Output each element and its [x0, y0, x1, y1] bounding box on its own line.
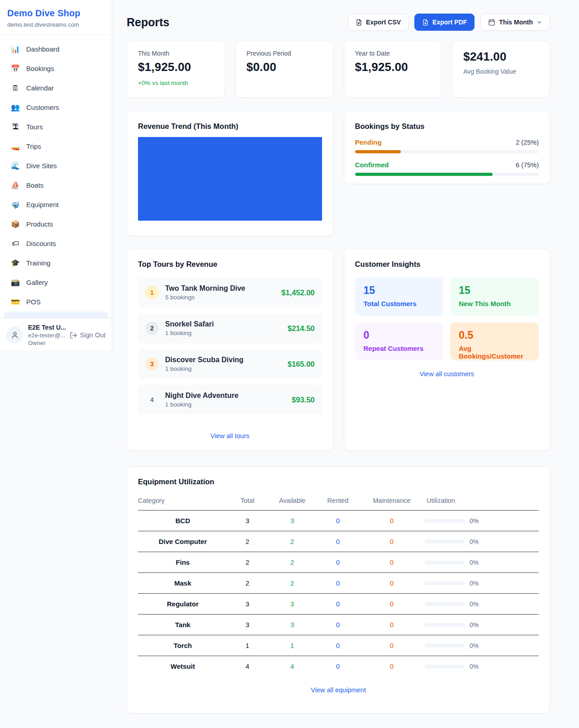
- sidebar-item-dashboard[interactable]: 📊Dashboard: [4, 39, 108, 59]
- equipment-row-fins: Fins22000%: [138, 552, 539, 573]
- equipment-utilization-panel: Equipment Utilization CategoryTotalAvail…: [127, 466, 550, 714]
- view-all-tours-link[interactable]: View all tours: [138, 424, 322, 440]
- tour-row-night-dive-adventure: 4Night Dive Adventure1 booking$93.50: [138, 385, 322, 415]
- export-csv-button[interactable]: Export CSV: [348, 14, 408, 31]
- status-value: 2 (25%): [516, 139, 539, 146]
- revenue-trend-panel: Revenue Trend (This Month): [127, 111, 333, 236]
- user-role: Owner: [28, 340, 65, 346]
- cell-category: BCD: [138, 511, 228, 531]
- cell-total: 3: [228, 615, 267, 635]
- sidebar-item-tours[interactable]: 🏝Tours: [4, 117, 108, 137]
- calendar-icon: 🗓: [11, 85, 20, 92]
- cell-total: 1: [228, 635, 267, 656]
- equipment-row-mask: Mask22000%: [138, 573, 539, 594]
- insight-value: 0.5: [459, 329, 530, 341]
- bar-chart-icon: 📊: [11, 46, 20, 53]
- cell-available: 1: [267, 635, 317, 656]
- sidebar-item-equipment[interactable]: 🤿Equipment: [4, 195, 108, 214]
- tour-revenue: $165.00: [288, 360, 315, 369]
- sidebar-item-bookings[interactable]: 📅Bookings: [4, 59, 108, 78]
- file-download-icon: [356, 19, 362, 26]
- sidebar-item-discounts[interactable]: 🏷Discounts: [4, 234, 108, 253]
- status-row-pending: Pending2 (25%): [355, 138, 539, 153]
- tour-bookings: 1 booking: [165, 330, 214, 336]
- package-icon: 📦: [11, 221, 20, 228]
- cell-category: Fins: [138, 552, 228, 573]
- period-dropdown[interactable]: This Month: [480, 14, 550, 31]
- cell-maintenance: 0: [359, 552, 425, 573]
- equipment-row-tank: Tank33000%: [138, 615, 539, 635]
- user-footer: E2E Test U... e2e-tester@... Owner Sign …: [0, 318, 112, 352]
- sidebar-item-gallery[interactable]: 📸Gallery: [4, 273, 108, 292]
- stat-label: Avg Booking Value: [463, 68, 539, 75]
- sidebar-item-calendar[interactable]: 🗓Calendar: [4, 78, 108, 98]
- sidebar-item-label: Tours: [26, 123, 43, 131]
- tour-name: Discover Scuba Diving: [165, 356, 243, 364]
- status-bars: Pending2 (25%)Confirmed6 (75%): [355, 138, 539, 176]
- cell-rented: 0: [317, 531, 359, 552]
- export-pdf-label: Export PDF: [432, 19, 467, 26]
- tour-row-snorkel-safari: 2Snorkel Safari1 booking$214.50: [138, 313, 322, 343]
- sidebar-item-dive-sites[interactable]: 🌊Dive Sites: [4, 156, 108, 175]
- cell-available: 2: [267, 573, 317, 594]
- avatar: [6, 326, 24, 344]
- sidebar-item-label: Trips: [26, 142, 41, 150]
- user-email: e2e-tester@...: [28, 332, 65, 339]
- cell-total: 2: [228, 531, 267, 552]
- revenue-trend-chart: [138, 137, 322, 221]
- cell-maintenance: 0: [359, 656, 425, 677]
- status-row-confirmed: Confirmed6 (75%): [355, 161, 539, 176]
- camera-icon: 📸: [11, 279, 20, 286]
- utilization-percent: 0%: [470, 559, 479, 566]
- top-tours-title: Top Tours by Revenue: [138, 260, 322, 269]
- column-header-utilization: Utilization: [425, 493, 539, 511]
- sidebar-item-label: POS: [26, 298, 41, 306]
- sidebar-item-reports-active[interactable]: [4, 312, 108, 318]
- tour-bookings: 1 booking: [165, 365, 243, 372]
- stat-label: Previous Period: [247, 50, 322, 57]
- cell-maintenance: 0: [359, 531, 425, 552]
- top-tours-panel: Top Tours by Revenue 1Two Tank Morning D…: [127, 249, 333, 451]
- app-domain: demo.test.divestreams.com: [7, 21, 104, 28]
- sidebar-item-label: Gallery: [26, 279, 48, 286]
- utilization-bar-track: [425, 602, 465, 606]
- sidebar-item-label: Customers: [26, 104, 59, 111]
- status-label: Pending: [355, 138, 382, 146]
- export-pdf-button[interactable]: Export PDF: [414, 14, 475, 31]
- sidebar-item-boats[interactable]: ⛵Boats: [4, 175, 108, 195]
- equipment-utilization-title: Equipment Utilization: [138, 477, 539, 486]
- sign-out-icon: [70, 331, 77, 339]
- user-name: E2E Test U...: [28, 324, 65, 331]
- stat-card-this-month: This Month$1,925.00+0% vs last month: [127, 41, 225, 98]
- utilization-bar-track: [425, 519, 465, 523]
- person-icon: [10, 331, 19, 340]
- cell-total: 2: [228, 573, 267, 594]
- sidebar-item-label: Products: [26, 220, 53, 228]
- insight-tile-repeat-customers: 0Repeat Customers: [355, 322, 444, 360]
- tour-revenue: $1,452.00: [281, 288, 314, 297]
- sidebar-item-label: Dive Sites: [26, 162, 57, 170]
- sidebar-item-label: Training: [26, 259, 51, 267]
- customer-insights-panel: Customer Insights 15Total Customers15New…: [344, 249, 551, 451]
- sidebar-item-training[interactable]: 🎓Training: [4, 253, 108, 273]
- insight-value: 0: [364, 329, 435, 341]
- tour-name: Snorkel Safari: [165, 320, 214, 328]
- column-header-maintenance: Maintenance: [359, 493, 425, 511]
- tour-name: Two Tank Morning Dive: [165, 284, 245, 293]
- page-header: Reports Export CSV Export PDF: [127, 14, 550, 31]
- sidebar-item-customers[interactable]: 👥Customers: [4, 98, 108, 117]
- sidebar-item-pos[interactable]: 💳POS: [4, 292, 108, 312]
- cell-utilization: 0%: [425, 531, 539, 552]
- view-all-equipment-link[interactable]: View all equipment: [138, 686, 539, 694]
- cell-available: 2: [267, 552, 317, 573]
- utilization-percent: 0%: [470, 517, 479, 525]
- cell-utilization: 0%: [425, 656, 539, 677]
- sidebar-item-products[interactable]: 📦Products: [4, 214, 108, 234]
- tour-bookings: 5 bookings: [165, 294, 245, 301]
- page-title: Reports: [127, 16, 169, 29]
- sign-out-button[interactable]: Sign Out: [70, 331, 105, 339]
- view-all-customers-link[interactable]: View all customers: [355, 370, 539, 378]
- sidebar-item-trips[interactable]: 🚤Trips: [4, 137, 108, 156]
- app-title: Demo Dive Shop: [7, 8, 104, 19]
- rank-badge: 1: [145, 286, 159, 299]
